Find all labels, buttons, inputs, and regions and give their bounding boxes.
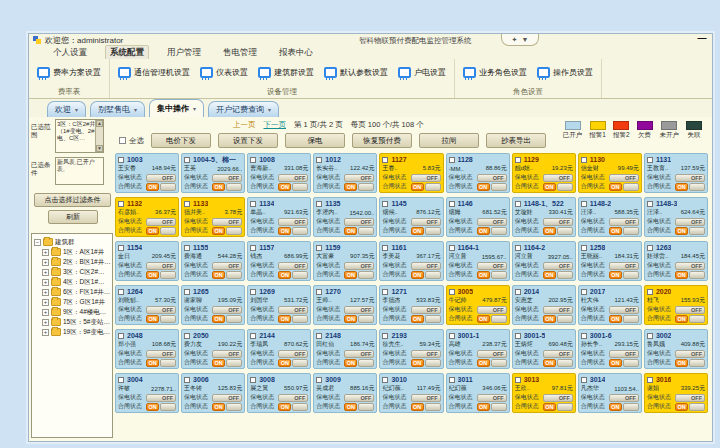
baodian-toggle[interactable]: OFF (675, 394, 705, 402)
hezha-toggle[interactable]: ON (477, 183, 507, 191)
refresh-button[interactable]: 刷新 (48, 210, 98, 224)
ribbon-button[interactable]: 通信管理机设置 (118, 67, 190, 78)
hezha-toggle[interactable]: ON (609, 359, 639, 367)
expand-icon[interactable]: + (42, 249, 49, 256)
hezha-toggle[interactable]: ON (278, 227, 308, 235)
card-checkbox[interactable] (449, 377, 455, 383)
baodian-toggle[interactable]: OFF (146, 174, 176, 182)
expand-icon[interactable]: + (42, 319, 49, 326)
card-checkbox[interactable] (515, 157, 521, 163)
baodian-toggle[interactable]: OFF (411, 262, 441, 270)
card-checkbox[interactable] (250, 157, 256, 163)
hezha-toggle[interactable]: ON (411, 271, 441, 279)
card-checkbox[interactable] (118, 201, 124, 207)
hezha-toggle[interactable]: ON (543, 183, 573, 191)
hezha-toggle[interactable]: ON (543, 271, 573, 279)
expand-icon[interactable]: + (42, 259, 49, 266)
baodian-toggle[interactable]: OFF (543, 350, 573, 358)
baodian-toggle[interactable]: OFF (543, 394, 573, 402)
selected-range-listbox[interactable]: 3区：C区2#井（1#变电、2#变电、C区… ▲ ▼ (55, 119, 104, 153)
card-checkbox[interactable] (581, 157, 587, 163)
card-checkbox[interactable] (382, 201, 388, 207)
hezha-toggle[interactable]: ON (146, 403, 176, 411)
hezha-toggle[interactable]: ON (543, 403, 573, 411)
expand-icon[interactable]: + (42, 269, 49, 276)
prev-page-link[interactable]: 上一页 (233, 120, 256, 130)
card-checkbox[interactable] (515, 201, 521, 207)
card-checkbox[interactable] (647, 289, 653, 295)
tree-item-5[interactable]: +7区：G区1#井 (34, 297, 111, 307)
card-checkbox[interactable] (515, 333, 521, 339)
baodian-toggle[interactable]: OFF (675, 306, 705, 314)
baodian-toggle[interactable]: OFF (609, 350, 639, 358)
baodian-toggle[interactable]: OFF (609, 394, 639, 402)
hezha-toggle[interactable]: ON (411, 359, 441, 367)
baodian-toggle[interactable]: OFF (675, 218, 705, 226)
baodian-toggle[interactable]: OFF (278, 306, 308, 314)
card-checkbox[interactable] (250, 289, 256, 295)
baodian-toggle[interactable]: OFF (146, 218, 176, 226)
filter-button[interactable]: 点击选择过滤条件 (34, 193, 111, 207)
tab-dropdown-icon[interactable]: ▾ (75, 106, 78, 113)
baodian-toggle[interactable]: OFF (212, 306, 242, 314)
baodian-toggle[interactable]: OFF (543, 218, 573, 226)
baodian-toggle[interactable]: OFF (146, 350, 176, 358)
card-checkbox[interactable] (647, 201, 653, 207)
ribbon-collapse-control[interactable]: ✦ ▼ (501, 34, 539, 46)
hezha-toggle[interactable]: ON (675, 359, 705, 367)
card-checkbox[interactable] (316, 333, 322, 339)
card-checkbox[interactable] (581, 201, 587, 207)
baodian-toggle[interactable]: OFF (675, 262, 705, 270)
card-checkbox[interactable] (250, 377, 256, 383)
card-checkbox[interactable] (515, 289, 521, 295)
expand-icon[interactable]: + (42, 279, 49, 286)
listbox-scrollbar[interactable]: ▲ ▼ (95, 120, 103, 152)
card-checkbox[interactable] (581, 377, 587, 383)
card-checkbox[interactable] (118, 245, 124, 251)
baodian-toggle[interactable]: OFF (675, 174, 705, 182)
hezha-toggle[interactable]: ON (146, 227, 176, 235)
next-page-link[interactable]: 下一页 (264, 120, 287, 130)
card-checkbox[interactable] (250, 333, 256, 339)
hezha-toggle[interactable]: ON (477, 315, 507, 323)
card-checkbox[interactable] (449, 289, 455, 295)
tab-3[interactable]: 开户记费查询▾ (208, 101, 279, 117)
tab-dropdown-icon[interactable]: ▾ (193, 105, 196, 112)
card-checkbox[interactable] (250, 201, 256, 207)
tree-item-8[interactable]: +19区：9#变电站（2#… (34, 327, 111, 337)
baodian-toggle[interactable]: OFF (212, 262, 242, 270)
card-checkbox[interactable] (118, 157, 124, 163)
hezha-toggle[interactable]: ON (543, 359, 573, 367)
toolbar-button-5[interactable]: 抄表导出 (486, 133, 546, 148)
tree-item-1[interactable]: +2区：B区1#井/B区1#… (34, 257, 111, 267)
card-checkbox[interactable] (184, 157, 190, 163)
hezha-toggle[interactable]: ON (146, 359, 176, 367)
scroll-down-icon[interactable]: ▼ (96, 145, 103, 152)
hezha-toggle[interactable]: ON (344, 315, 374, 323)
card-checkbox[interactable] (316, 289, 322, 295)
hezha-toggle[interactable]: ON (344, 227, 374, 235)
baodian-toggle[interactable]: OFF (675, 350, 705, 358)
menu-item-4[interactable]: 报表中心 (275, 46, 317, 60)
tree-item-0[interactable]: +1区：A区1#井 (34, 247, 111, 257)
baodian-toggle[interactable]: OFF (212, 394, 242, 402)
card-checkbox[interactable] (581, 289, 587, 295)
hezha-toggle[interactable]: ON (609, 183, 639, 191)
hezha-toggle[interactable]: ON (278, 271, 308, 279)
tree-root[interactable]: −建筑群 (34, 237, 111, 247)
expand-icon[interactable]: + (42, 289, 49, 296)
scroll-up-icon[interactable]: ▲ (96, 120, 103, 127)
hezha-toggle[interactable]: ON (543, 315, 573, 323)
baodian-toggle[interactable]: OFF (411, 174, 441, 182)
baodian-toggle[interactable]: OFF (146, 262, 176, 270)
baodian-toggle[interactable]: OFF (477, 262, 507, 270)
card-checkbox[interactable] (118, 377, 124, 383)
baodian-toggle[interactable]: OFF (477, 218, 507, 226)
expand-icon[interactable]: + (42, 309, 49, 316)
tree-item-3[interactable]: +4区：D区1#井（D区1… (34, 277, 111, 287)
hezha-toggle[interactable]: ON (675, 227, 705, 235)
card-checkbox[interactable] (647, 157, 653, 163)
hezha-toggle[interactable]: ON (212, 183, 242, 191)
baodian-toggle[interactable]: OFF (609, 218, 639, 226)
hezha-toggle[interactable]: ON (675, 183, 705, 191)
